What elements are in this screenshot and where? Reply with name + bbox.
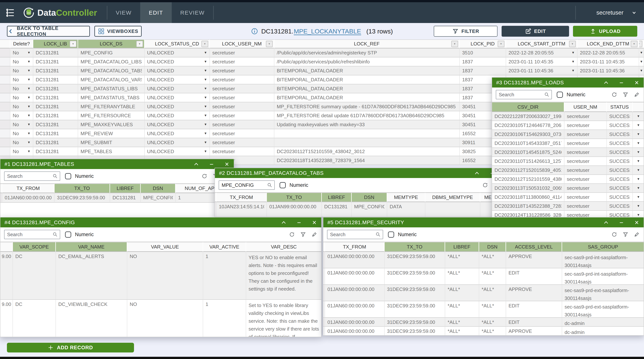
- table-cell[interactable]: UNLOCKED▼: [145, 120, 210, 129]
- table-cell[interactable]: UNLOCKED▼: [145, 66, 210, 75]
- column-header[interactable]: LOCK_LIB▼: [33, 40, 78, 49]
- table-cell[interactable]: *ALL*: [479, 327, 506, 336]
- column-header[interactable]: CSV_DIR: [492, 102, 564, 112]
- table-cell[interactable]: 1: [203, 300, 246, 337]
- user-menu[interactable]: secretuser: [576, 2, 644, 23]
- refresh-icon[interactable]: [611, 91, 618, 98]
- table-cell[interactable]: 2022-12-28 20:05:55: [578, 49, 639, 57]
- dropdown-icon[interactable]: ▼: [637, 159, 640, 163]
- table-cell[interactable]: 31DEC99:23:59:59.00: [384, 301, 445, 318]
- table-cell[interactable]: 3510: [460, 49, 506, 57]
- dropdown-icon[interactable]: ▼: [637, 150, 640, 154]
- table-cell[interactable]: DC20230112T152101559_438042_3012: [274, 147, 460, 156]
- table-cell[interactable]: dc-admin: [562, 318, 644, 327]
- table-cell[interactable]: DC131281: [33, 75, 78, 84]
- table-cell[interactable]: MP_FILTERSTORE detail update 61D7A7860DD…: [274, 111, 460, 120]
- table-cell[interactable]: DC131281: [33, 111, 78, 120]
- search-input[interactable]: [7, 173, 52, 179]
- table-cell[interactable]: MPE_DATACATALOG_LIBS: [78, 57, 145, 66]
- panel-title-bar[interactable]: #3 DC131281.MPE_LOADS: [492, 78, 644, 88]
- dropdown-icon[interactable]: ▼: [26, 114, 30, 117]
- table-cell[interactable]: DC20230105T124646778_2065: [492, 121, 564, 130]
- table-cell[interactable]: ▼: [633, 139, 644, 148]
- table-cell[interactable]: secretuser: [210, 84, 274, 93]
- column-filter-button[interactable]: ▼: [639, 41, 642, 47]
- table-cell[interactable]: MPE_CONFIG: [352, 202, 387, 217]
- search-input[interactable]: [221, 182, 267, 188]
- table-cell[interactable]: sec-sas9-prd-ext-sasplatform-300114sasjs: [562, 301, 644, 318]
- table-cell[interactable]: [425, 202, 480, 217]
- dropdown-icon[interactable]: ▼: [26, 78, 30, 82]
- table-cell[interactable]: 2023-01-11 10:45:35▼: [506, 57, 578, 66]
- table-cell[interactable]: SUCCESS: [607, 184, 633, 193]
- edit-pencil-icon[interactable]: [634, 231, 640, 238]
- column-header[interactable]: VAR_ACTIVE: [203, 242, 246, 252]
- dropdown-icon[interactable]: ▼: [637, 177, 640, 181]
- table-cell[interactable]: *ALL*: [479, 285, 506, 301]
- table-cell[interactable]: *ALL*: [445, 327, 479, 336]
- table-cell[interactable]: secretuser: [210, 129, 274, 138]
- table-cell[interactable]: MPE_FILTERSOURCE: [78, 111, 145, 120]
- table-cell[interactable]: *ALL*: [479, 252, 506, 268]
- table-cell[interactable]: UNLOCKED▼: [145, 93, 210, 102]
- table-cell[interactable]: MPE_TABLES: [78, 147, 145, 156]
- table-cell[interactable]: 1837: [460, 66, 506, 75]
- table-cell[interactable]: SUCCESS: [607, 157, 633, 166]
- table-cell[interactable]: ▼: [639, 66, 644, 75]
- column-header[interactable]: TX_FROM: [2, 184, 54, 193]
- dropdown-icon[interactable]: ▼: [26, 105, 30, 108]
- table-cell[interactable]: secretuser: [210, 75, 274, 84]
- dropdown-icon[interactable]: ▼: [202, 78, 207, 82]
- table-cell[interactable]: No▼: [10, 129, 33, 138]
- column-filter-button[interactable]: ▼: [498, 41, 504, 47]
- table-cell[interactable]: secretuser: [210, 102, 274, 111]
- column-filter-button[interactable]: ▼: [136, 41, 143, 47]
- table-cell[interactable]: sec-sas9-prd-ext-sasplatform-300114sasjs: [562, 285, 644, 301]
- table-cell[interactable]: DC131281: [33, 66, 78, 75]
- table-cell[interactable]: BITEMPORAL_DATALOADER: [274, 93, 460, 102]
- table-cell[interactable]: *ALL*: [445, 285, 479, 301]
- dropdown-icon[interactable]: ▼: [202, 60, 207, 64]
- table-cell[interactable]: No▼: [10, 66, 33, 75]
- table-cell[interactable]: DC20230112T152015839_40518: [492, 166, 564, 175]
- table-cell[interactable]: DC131281: [33, 147, 78, 156]
- minimize-icon[interactable]: [618, 220, 624, 225]
- column-filter-button[interactable]: ▼: [631, 41, 638, 47]
- dropdown-icon[interactable]: ▼: [637, 213, 640, 217]
- table-cell[interactable]: DC131281: [33, 93, 78, 102]
- table-cell[interactable]: /Public/app/dc/services/public/refreshli…: [274, 57, 460, 66]
- table-cell[interactable]: UNLOCKED▼: [145, 75, 210, 84]
- panel-title-bar[interactable]: #5 DC131281.MPE_SECURITY: [323, 217, 644, 227]
- table-cell[interactable]: 31DEC99:23:59:59.00: [384, 252, 445, 268]
- table-cell[interactable]: APPROVE: [506, 285, 562, 301]
- table-cell[interactable]: 31DEC99:23:59:59.00: [384, 268, 445, 285]
- table-cell[interactable]: secretuser: [564, 202, 607, 211]
- table-cell[interactable]: 01JAN60:00:00:00.00: [325, 285, 384, 301]
- table-cell[interactable]: *ALL*: [445, 252, 479, 268]
- column-header[interactable]: USER_NM: [564, 102, 607, 112]
- table-cell[interactable]: UNLOCKED▼: [145, 129, 210, 138]
- table-cell[interactable]: secretuser: [210, 49, 274, 57]
- table-cell[interactable]: No▼: [10, 93, 33, 102]
- table-cell[interactable]: sec-sas9-prd-int-sasplatform-300114sasjs: [562, 268, 644, 285]
- table-cell[interactable]: ▼: [633, 130, 644, 139]
- dropdown-icon[interactable]: ▼: [637, 186, 640, 190]
- table-cell[interactable]: *ALL*: [445, 301, 479, 318]
- table-name-link[interactable]: MPE_LOCKANYTABLE: [294, 28, 361, 35]
- table-cell[interactable]: secretuser: [210, 111, 274, 120]
- table-cell[interactable]: MPE_DATASTATUS_TABS: [78, 93, 145, 102]
- table-cell[interactable]: DC131281: [110, 193, 141, 203]
- close-icon[interactable]: [634, 220, 640, 225]
- table-cell[interactable]: secretuser: [564, 139, 607, 148]
- table-cell[interactable]: NO: [127, 300, 203, 337]
- column-header[interactable]: LOCK_USER_NM▼: [210, 40, 274, 49]
- viewboxes-button[interactable]: VIEWBOXES: [94, 26, 142, 37]
- table-cell[interactable]: ▼: [633, 175, 644, 184]
- table-cell[interactable]: 01JAN60:00:00:00.00: [325, 327, 384, 336]
- numeric-checkbox[interactable]: [388, 231, 394, 238]
- table-cell[interactable]: 2023-01-11 10:45:35: [578, 57, 639, 66]
- table-cell[interactable]: *ALL*: [479, 301, 506, 318]
- table-cell[interactable]: DC131281: [33, 102, 78, 111]
- table-cell[interactable]: MPE_FILTERANYTABLE: [78, 102, 145, 111]
- dropdown-icon[interactable]: ▼: [637, 123, 640, 127]
